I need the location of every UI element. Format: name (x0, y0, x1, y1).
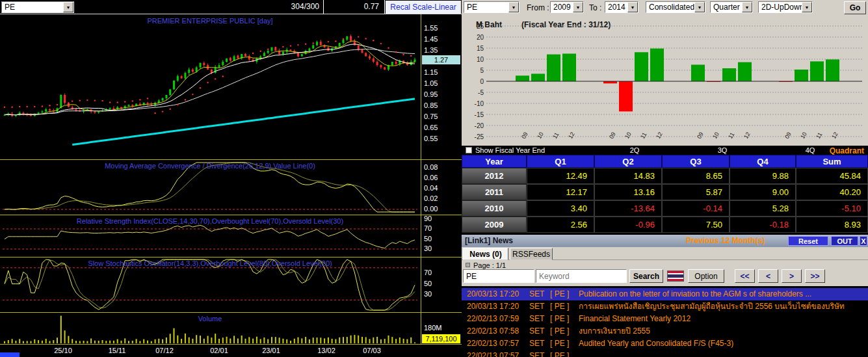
svg-text:25: 25 (477, 23, 484, 30)
rsi-chart[interactable] (0, 215, 420, 257)
svg-text:5: 5 (480, 67, 484, 74)
period-combo[interactable]: Quarter ▼ (710, 1, 753, 13)
svg-text:12: 12 (567, 131, 576, 140)
symbol-combo-right-value: PE (464, 3, 508, 12)
prev-page-button[interactable]: < (758, 269, 778, 283)
news-date: 20/03/13 17:20 (467, 288, 529, 300)
news-symbol-input[interactable] (463, 269, 534, 283)
chevron-down-icon[interactable]: ▼ (627, 2, 638, 12)
show-fiscal-year-checkbox[interactable] (466, 147, 472, 153)
chevron-down-icon[interactable]: ▼ (508, 2, 519, 12)
bar-chart-svg[interactable]: -25-20-15-10-551015202500910111209101112… (462, 16, 868, 146)
news-row[interactable]: 20/03/13 17:20 SET [ PE ] การเผยแพร่หนัง… (462, 300, 868, 313)
go-button[interactable]: Go (844, 1, 866, 14)
quarter-strip: Show Fiscal Year End 2Q 3Q 4Q Quadrant (462, 146, 868, 155)
panel-separator (0, 312, 462, 313)
table-cell: 12.17 (527, 184, 594, 200)
scale-tick: 30 (424, 290, 432, 298)
thai-flag-icon[interactable] (667, 271, 684, 282)
svg-text:20: 20 (477, 34, 484, 41)
option-button[interactable]: Option (688, 269, 724, 283)
news-row[interactable]: 22/02/13 07:59 SET [ PE ] Financial Stat… (462, 313, 868, 325)
reset-button[interactable]: Reset (788, 236, 828, 246)
svg-text:10: 10 (799, 131, 808, 140)
tab-news[interactable]: News (0) (463, 248, 508, 260)
from-year-value: 2009 (551, 3, 573, 12)
symbol-combo-right[interactable]: PE ▼ (464, 1, 519, 13)
table-row-year[interactable]: 2009 (462, 217, 527, 233)
fundamental-panel: PE ▼ From : 2009 ▼ To : 2014 ▼ Consolida… (462, 0, 868, 357)
news-source: SET (529, 313, 550, 325)
chevron-down-icon[interactable]: ▼ (63, 2, 73, 12)
show-fiscal-year-label: Show Fiscal Year End (475, 146, 545, 154)
news-date: 20/03/13 17:20 (467, 300, 529, 313)
table-cell: 9.88 (730, 168, 796, 184)
news-headline: Audited Yearly and Consolidated F/S (F45… (579, 337, 733, 350)
news-source: SET (529, 350, 550, 357)
next-page-button[interactable]: > (782, 269, 802, 283)
news-title: [Link1] News (465, 236, 513, 245)
out-button[interactable]: OUT (831, 236, 858, 246)
table-cell: 5.87 (662, 184, 730, 200)
table-row-year[interactable]: 2012 (462, 168, 527, 184)
price-scale-column: 1.27 7,119,100 1.551.451.351.151.050.950… (422, 0, 462, 357)
table-cell: -0.18 (730, 217, 796, 233)
stoch-chart[interactable] (0, 258, 420, 312)
search-button[interactable]: Search (629, 269, 663, 283)
table-row-year[interactable]: 2010 (462, 200, 527, 217)
svg-text:-10: -10 (475, 100, 484, 107)
news-symbol: [ PE ] (550, 288, 579, 300)
last-price-badge: 1.27 (422, 55, 460, 64)
news-row[interactable]: 22/02/13 07:57 SET [ PE ] (462, 350, 868, 357)
svg-text:-25: -25 (475, 133, 484, 140)
chevron-down-icon[interactable]: ▼ (694, 2, 705, 12)
news-row[interactable]: 20/03/13 17:20 SET [ PE ] Publication on… (462, 288, 868, 300)
news-symbol: [ PE ] (550, 313, 579, 325)
chevron-down-icon[interactable]: ▼ (802, 2, 812, 12)
chevron-down-icon[interactable]: ▼ (742, 2, 752, 12)
svg-text:11: 11 (815, 131, 823, 140)
close-icon[interactable]: X (860, 236, 867, 246)
table-row-year[interactable]: 2011 (462, 184, 527, 200)
volume-chart[interactable] (0, 313, 420, 344)
svg-text:-5: -5 (478, 89, 484, 96)
scale-tick: 70 (424, 224, 432, 233)
svg-text:09: 09 (520, 131, 529, 140)
consolidated-combo[interactable]: Consolidated ▼ (646, 1, 705, 13)
svg-text:11: 11 (551, 131, 560, 140)
table-cell: 8.65 (662, 168, 730, 184)
quadrant-link[interactable]: Quadrant (830, 146, 864, 155)
table-cell: -0.96 (594, 217, 662, 233)
scale-tick: 0.95 (424, 90, 438, 99)
bottom-scroll-indicator[interactable] (0, 352, 20, 357)
chevron-down-icon[interactable]: ▼ (573, 2, 583, 12)
scale-tick: 0.02 (424, 194, 438, 203)
price-chart[interactable] (0, 14, 420, 159)
news-headline: งบการเงินรายปี 2555 (579, 325, 650, 337)
scale-tick: 0.04 (424, 184, 438, 192)
app-window: PE ▼ 304/300 0.77 Recal Scale-Linear PRE… (0, 0, 868, 357)
news-source: SET (529, 300, 550, 313)
news-titlebar: [Link1] News Previous 12 Month(s) Reset … (462, 235, 868, 247)
svg-text:0: 0 (480, 78, 484, 85)
svg-text:09: 09 (783, 131, 793, 140)
from-year-combo[interactable]: 2009 ▼ (550, 1, 584, 13)
macd-chart[interactable] (0, 160, 420, 215)
page-icon (466, 263, 470, 267)
scale-tick: 1.15 (424, 68, 438, 77)
last-page-button[interactable]: >> (805, 269, 825, 283)
scale-tick: 180M (424, 324, 442, 332)
first-page-button[interactable]: << (735, 269, 755, 283)
chart-style-combo[interactable]: 2D-UpDown ▼ (758, 1, 813, 13)
to-year-combo[interactable]: 2014 ▼ (605, 1, 638, 13)
keyword-input[interactable] (536, 269, 627, 283)
news-source: SET (529, 288, 550, 300)
scale-tick: 70 (424, 269, 432, 277)
scale-tick: 0.08 (424, 163, 438, 172)
news-row[interactable]: 22/02/13 07:58 SET [ PE ] งบการเงินรายปี… (462, 325, 868, 337)
news-date: 22/02/13 07:59 (467, 313, 529, 325)
tab-rssfeeds[interactable]: RSSFeeds (510, 248, 553, 260)
table-cell: -13.64 (594, 200, 662, 217)
symbol-combo[interactable]: PE ▼ (1, 1, 74, 13)
news-row[interactable]: 22/02/13 07:57 SET [ PE ] Audited Yearly… (462, 337, 868, 350)
